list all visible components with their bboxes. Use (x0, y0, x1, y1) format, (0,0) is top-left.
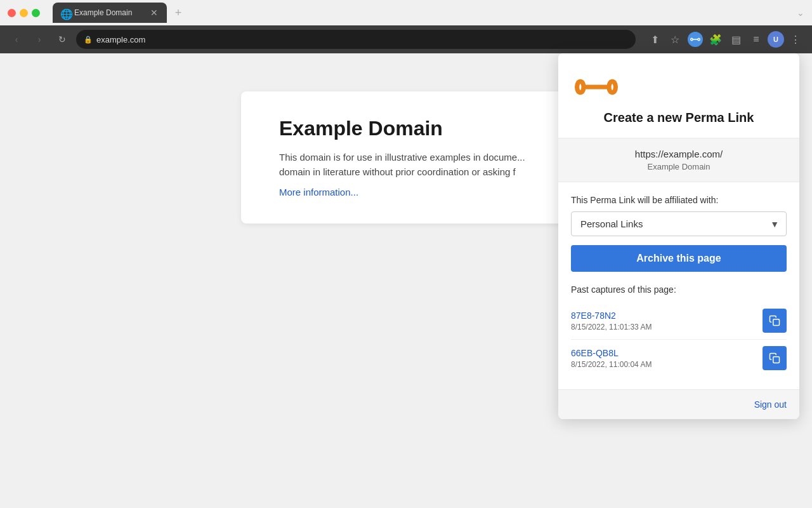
capture-copy-button-1[interactable] (763, 309, 787, 333)
profile-button[interactable]: U (768, 31, 784, 48)
page-title: Example Domain (279, 117, 533, 140)
popup-header: Create a new Perma Link (558, 53, 799, 138)
capture-item-1: 87E8-78N2 8/15/2022, 11:01:33 AM (571, 302, 787, 340)
new-tab-button[interactable]: + (169, 4, 187, 22)
toolbar-actions: ⬆ ☆ 🧩 ▤ ≡ U ⋮ (646, 30, 804, 48)
traffic-lights (8, 9, 40, 17)
bookmark-button[interactable]: ☆ (666, 30, 684, 48)
reader-mode-button[interactable]: ≡ (747, 30, 765, 48)
dropdown-wrap: Personal Links ▼ (571, 211, 787, 236)
svg-rect-0 (773, 319, 780, 326)
title-bar: 🌐 Example Domain ✕ + ⌄ (0, 0, 812, 25)
url-display: example.com (96, 35, 145, 44)
perma-popup: Create a new Perma Link https://example.… (558, 53, 799, 419)
share-button[interactable]: ⬆ (646, 30, 664, 48)
example-domain-card: Example Domain This domain is for use in… (241, 91, 571, 224)
forward-button[interactable]: › (30, 30, 48, 48)
tab-list-chevron[interactable]: ⌄ (797, 8, 804, 18)
sidebar-button[interactable]: ▤ (727, 30, 745, 48)
tab-close-button[interactable]: ✕ (149, 8, 159, 18)
capture-item-2: 66EB-QB8L 8/15/2022, 11:00:04 AM (571, 340, 787, 377)
menu-button[interactable]: ⋮ (787, 30, 804, 48)
popup-url-text: https://example.com/ (571, 149, 787, 159)
tab-title: Example Domain (74, 8, 144, 17)
perma-icon (688, 32, 703, 47)
perma-logo (571, 71, 787, 103)
more-info-link[interactable]: More information... (279, 187, 358, 197)
back-button[interactable]: ‹ (8, 30, 25, 48)
tab-bar: 🌐 Example Domain ✕ + (45, 1, 792, 24)
capture-info-2: 66EB-QB8L 8/15/2022, 11:00:04 AM (571, 348, 652, 369)
maximize-button[interactable] (32, 9, 40, 17)
url-input-wrap[interactable]: 🔒 example.com (76, 30, 636, 49)
copy-icon-2 (769, 352, 780, 364)
url-bar: ‹ › ↻ 🔒 example.com ⬆ ☆ 🧩 ▤ ≡ U ⋮ (0, 25, 812, 53)
capture-info-1: 87E8-78N2 8/15/2022, 11:01:33 AM (571, 311, 652, 331)
archive-button[interactable]: Archive this page (571, 245, 787, 272)
lock-icon: 🔒 (84, 36, 93, 44)
svg-rect-1 (773, 357, 780, 363)
capture-time-1: 8/15/2022, 11:01:33 AM (571, 323, 652, 331)
affiliate-dropdown[interactable]: Personal Links (571, 211, 787, 236)
popup-url-section: https://example.com/ Example Domain (558, 138, 799, 182)
close-button[interactable] (8, 9, 16, 17)
extensions-button[interactable]: 🧩 (707, 30, 724, 48)
page-content: Example Domain This domain is for use in… (0, 53, 812, 485)
refresh-button[interactable]: ↻ (53, 30, 71, 48)
popup-footer: Sign out (558, 389, 799, 419)
affiliate-label: This Perma Link will be affiliated with: (571, 195, 787, 205)
capture-link-2[interactable]: 66EB-QB8L (571, 348, 652, 358)
page-description: This domain is for use in illustrative e… (279, 150, 533, 179)
tab-favicon-icon: 🌐 (60, 8, 69, 17)
past-captures-label: Past captures of this page: (571, 284, 787, 295)
sign-out-link[interactable]: Sign out (754, 399, 787, 410)
browser-chrome: 🌐 Example Domain ✕ + ⌄ ‹ › ↻ 🔒 example.c… (0, 0, 812, 53)
perma-button[interactable] (686, 30, 704, 48)
popup-body: This Perma Link will be affiliated with:… (558, 182, 799, 389)
capture-copy-button-2[interactable] (763, 346, 787, 370)
copy-icon-1 (769, 315, 780, 326)
popup-title: Create a new Perma Link (571, 110, 787, 125)
minimize-button[interactable] (20, 9, 28, 17)
popup-domain-text: Example Domain (571, 162, 787, 171)
capture-link-1[interactable]: 87E8-78N2 (571, 311, 652, 321)
capture-time-2: 8/15/2022, 11:00:04 AM (571, 360, 652, 369)
active-tab[interactable]: 🌐 Example Domain ✕ (53, 3, 167, 23)
